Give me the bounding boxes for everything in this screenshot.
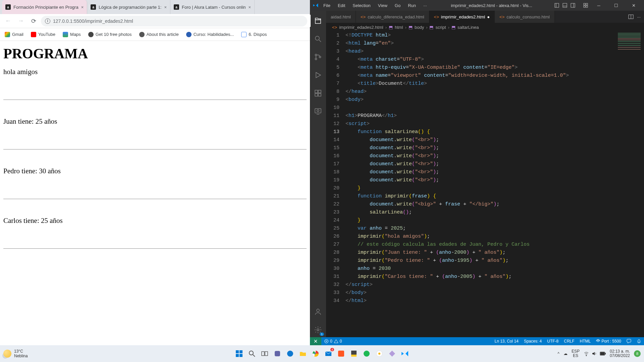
vscode-taskbar-icon[interactable] bbox=[400, 349, 410, 359]
split-editor-icon[interactable] bbox=[628, 14, 634, 19]
symbol-icon: ⬒ bbox=[389, 25, 393, 30]
edge-icon[interactable] bbox=[285, 349, 295, 359]
mail-icon[interactable]: 4 bbox=[323, 349, 333, 359]
source-control-icon[interactable] bbox=[310, 50, 326, 64]
spotify-icon[interactable] bbox=[362, 349, 372, 359]
editor-tab-actions: ··· bbox=[625, 11, 644, 23]
bookmark-photos[interactable]: Get 10 free photos bbox=[88, 32, 132, 37]
maximize-button[interactable]: ☐ bbox=[608, 0, 624, 11]
menu-edit[interactable]: Edit bbox=[335, 3, 348, 8]
minimize-button[interactable]: ─ bbox=[591, 0, 606, 11]
site-info-icon[interactable]: i bbox=[45, 18, 50, 24]
layout-right-icon[interactable] bbox=[570, 2, 576, 9]
address-bar[interactable]: i 127.0.0.1:5500/imprimir_edades2.html bbox=[41, 16, 307, 26]
system-tray bbox=[584, 351, 606, 356]
bookmark-youtube[interactable]: YouTube bbox=[31, 32, 55, 37]
lang-secondary: ES bbox=[572, 354, 580, 358]
encoding[interactable]: UTF-8 bbox=[544, 339, 561, 344]
forward-button[interactable]: → bbox=[15, 16, 26, 26]
volume-icon[interactable] bbox=[592, 351, 597, 356]
minimap[interactable] bbox=[614, 32, 644, 337]
close-button[interactable]: ✕ bbox=[626, 0, 641, 11]
notifications-icon[interactable] bbox=[634, 339, 644, 344]
tray-chevron-icon[interactable]: ^ bbox=[557, 351, 559, 356]
weather-widget[interactable]: 13°C Neblina bbox=[3, 349, 28, 358]
bookmark-maps[interactable]: Maps bbox=[63, 32, 81, 37]
code-editor[interactable]: 1234567891011121314151617181920212223242… bbox=[326, 32, 644, 337]
eol[interactable]: CRLF bbox=[561, 339, 577, 344]
task-view-button[interactable] bbox=[260, 349, 270, 359]
layout-left-icon[interactable] bbox=[553, 2, 560, 9]
back-button[interactable]: ← bbox=[3, 16, 13, 26]
language-mode[interactable]: HTML bbox=[577, 339, 594, 344]
battery-icon[interactable] bbox=[600, 352, 606, 356]
svg-rect-18 bbox=[318, 90, 321, 93]
close-icon[interactable]: × bbox=[249, 5, 251, 10]
settings-icon[interactable]: 1 bbox=[310, 322, 326, 337]
bookmark-gmail[interactable]: Gmail bbox=[5, 32, 23, 37]
onedrive-icon[interactable]: ☁ bbox=[564, 351, 568, 356]
live-server-port[interactable]: Port : 5500 bbox=[593, 339, 624, 344]
notification-badge[interactable]: 8 bbox=[634, 350, 641, 357]
cursor-position[interactable]: Ln 13, Col 14 bbox=[492, 339, 521, 344]
close-icon[interactable]: × bbox=[164, 5, 167, 10]
browser-tab-3[interactable]: a Foro | Alura Latam - Cursos onlin × bbox=[170, 0, 255, 14]
weather-temp: 13°C bbox=[14, 349, 28, 354]
more-actions-icon[interactable]: ··· bbox=[637, 14, 641, 19]
code-content[interactable]: <!DOCTYPE html><html lang="en"><head> <m… bbox=[345, 32, 644, 337]
start-button[interactable] bbox=[234, 349, 244, 359]
account-icon[interactable] bbox=[310, 304, 326, 319]
editor-tab-calculo-diff[interactable]: <>calculo_diferencia_edad.html bbox=[356, 11, 429, 23]
menu-go[interactable]: Go bbox=[392, 3, 403, 8]
chrome-icon[interactable] bbox=[311, 349, 321, 359]
language-indicator[interactable]: ESP ES bbox=[572, 349, 580, 358]
vscode-window: File Edit Selection View Go Run ··· impr… bbox=[310, 0, 644, 345]
html-file-icon: <> bbox=[332, 25, 337, 30]
customize-layout-icon[interactable] bbox=[582, 2, 589, 9]
wifi-icon[interactable] bbox=[584, 351, 589, 356]
app-icon-orange[interactable] bbox=[336, 349, 346, 359]
bookmark-curso[interactable]: Curso: Habilidades... bbox=[186, 32, 234, 37]
page-line-2: Juan tiene: 25 años bbox=[3, 117, 307, 126]
clock[interactable]: 02:13 a. m. 07/08/2022 bbox=[610, 349, 630, 358]
line-gutter: 1234567891011121314151617181920212223242… bbox=[326, 32, 345, 337]
browser-tab-2[interactable]: a Lógica de programación parte 1: × bbox=[87, 0, 170, 14]
indentation[interactable]: Spaces: 4 bbox=[521, 339, 544, 344]
run-debug-icon[interactable] bbox=[310, 68, 326, 82]
breadcrumb[interactable]: <> imprimir_edades2.html › ⬒html › ⬒body… bbox=[326, 23, 644, 32]
search-button[interactable] bbox=[247, 349, 257, 359]
bookmark-article[interactable]: About this article bbox=[139, 32, 179, 37]
chevron-right-icon: › bbox=[426, 25, 427, 30]
extensions-icon[interactable] bbox=[310, 86, 326, 101]
menu-view[interactable]: View bbox=[375, 3, 390, 8]
tab-label: calculo_diferencia_edad.html bbox=[368, 14, 424, 19]
bookmark-dispos[interactable]: 6. Dispos bbox=[241, 32, 267, 37]
close-icon[interactable]: × bbox=[81, 5, 84, 10]
svg-rect-36 bbox=[262, 352, 264, 356]
menu-run[interactable]: Run bbox=[405, 3, 419, 8]
activity-bar: 1 bbox=[310, 11, 326, 337]
warning-count: 0 bbox=[340, 339, 342, 344]
browser-tab-1[interactable]: a Formación Principiante en Progra × bbox=[2, 0, 87, 14]
notes-icon[interactable] bbox=[349, 349, 359, 359]
problems-indicator[interactable]: 0 0 bbox=[321, 339, 344, 344]
editor-tab-aidad[interactable]: aidad.html bbox=[326, 11, 356, 23]
remote-explorer-icon[interactable] bbox=[310, 104, 326, 119]
reload-button[interactable]: ⟳ bbox=[28, 16, 39, 26]
editor-tab-consumo[interactable]: <>calculo_consumo.html bbox=[495, 11, 555, 23]
explorer-icon[interactable] bbox=[310, 13, 326, 28]
feedback-icon[interactable] bbox=[624, 339, 634, 344]
teams-icon[interactable] bbox=[272, 349, 282, 359]
layout-bottom-icon[interactable] bbox=[561, 2, 568, 9]
menu-selection[interactable]: Selection bbox=[350, 3, 373, 8]
browser-tab-strip: a Formación Principiante en Progra × a L… bbox=[0, 0, 310, 14]
menu-file[interactable]: File bbox=[321, 3, 333, 8]
search-icon[interactable] bbox=[310, 32, 326, 46]
remote-indicator[interactable] bbox=[310, 337, 321, 345]
file-explorer-icon[interactable] bbox=[298, 349, 308, 359]
menu-more[interactable]: ··· bbox=[421, 3, 430, 8]
chrome-canary-icon[interactable] bbox=[374, 349, 384, 359]
editor-tab-imprimir[interactable]: <>imprimir_edades2.html● bbox=[429, 11, 495, 23]
app-icon-diamond[interactable] bbox=[387, 349, 397, 359]
windows-taskbar: 13°C Neblina 4 ^ ☁ ESP ES 02:13 a. m bbox=[0, 345, 644, 362]
